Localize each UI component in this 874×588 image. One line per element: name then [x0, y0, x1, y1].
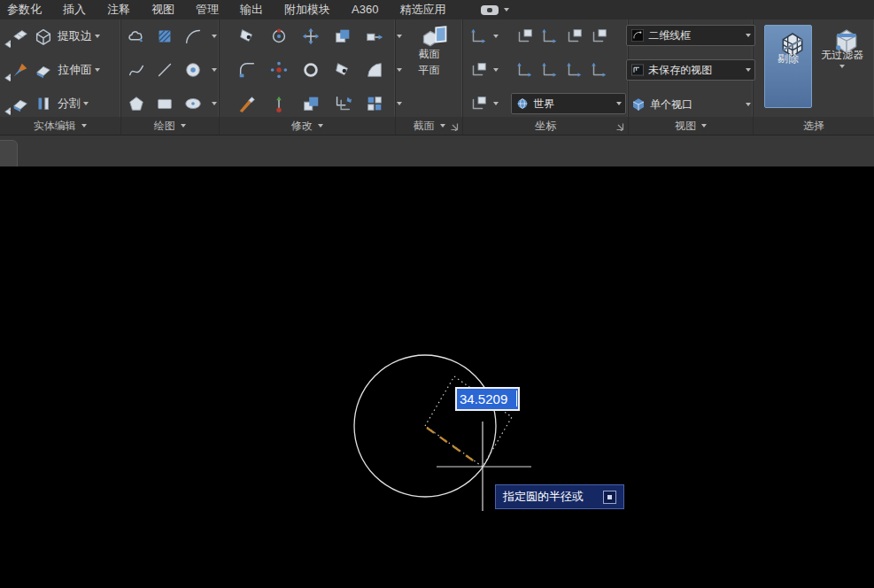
extrude-faces-label[interactable]: 拉伸面 — [58, 62, 92, 78]
polar-array-icon[interactable] — [269, 60, 289, 80]
panel-view: 二维线框 未保存的视图 单个视口 视图 — [629, 19, 754, 135]
panel-title-section[interactable]: 截面 — [396, 117, 463, 135]
revision-cloud-icon[interactable] — [127, 27, 146, 46]
ucs-z-axis-icon[interactable] — [514, 60, 534, 80]
tab-parametric[interactable]: 参数化 — [0, 0, 52, 19]
ucs-origin-icon[interactable] — [468, 94, 488, 113]
section-plane-button[interactable]: 截面 平面 — [415, 23, 444, 81]
shell-icon[interactable] — [11, 94, 30, 113]
dynamic-prompt-more-icon[interactable] — [603, 491, 616, 504]
tab-insert[interactable]: 插入 — [52, 0, 97, 19]
interference-icon[interactable] — [11, 27, 30, 46]
file-tab-stub[interactable] — [0, 140, 18, 169]
ucs-world-icon[interactable] — [514, 27, 534, 46]
extract-edges-label[interactable]: 提取边 — [58, 28, 92, 44]
intersect-icon[interactable] — [2, 86, 11, 121]
tab-featured-apps[interactable]: 精选应用 — [389, 0, 456, 19]
chevron-down-icon[interactable] — [504, 8, 509, 12]
tab-output[interactable]: 输出 — [229, 0, 274, 19]
chevron-down-icon — [746, 34, 751, 37]
panel-title-view[interactable]: 视图 — [629, 117, 753, 135]
file-tab-bar — [0, 135, 874, 169]
ucs-3point-icon[interactable] — [539, 60, 559, 80]
visual-style-dropdown[interactable]: 二维线框 — [626, 25, 755, 46]
ucs-previous-icon[interactable] — [539, 27, 559, 46]
ucs-object-icon[interactable] — [564, 27, 584, 46]
ellipse-icon[interactable] — [183, 94, 203, 113]
ucs-icon[interactable] — [468, 27, 488, 46]
panel-draw: 绘图 — [121, 19, 220, 135]
separate-label[interactable]: 分割 — [58, 96, 81, 112]
selection-filter-button[interactable]: 无过滤器 — [821, 25, 863, 68]
subtract-icon[interactable] — [2, 52, 11, 88]
polygon-icon[interactable] — [127, 94, 146, 113]
culling-toggle-button[interactable]: 剔除 — [764, 25, 812, 108]
fillet-edge-icon[interactable] — [11, 60, 30, 80]
extract-edges-icon[interactable] — [34, 27, 53, 46]
chevron-down-icon[interactable] — [95, 68, 100, 72]
ucs-face-icon[interactable] — [589, 27, 608, 46]
match-properties-icon[interactable] — [237, 94, 257, 113]
copy-icon[interactable] — [333, 27, 352, 46]
offset-icon[interactable] — [333, 94, 352, 113]
viewport-configuration-button[interactable]: 单个视口 — [626, 94, 755, 115]
tab-annotate[interactable]: 注释 — [97, 0, 141, 19]
move-icon[interactable] — [301, 27, 321, 46]
rect-array-icon[interactable] — [365, 94, 384, 113]
camera-icon — [481, 5, 499, 15]
arc-icon[interactable] — [183, 27, 203, 46]
named-view-dropdown[interactable]: 未保存的视图 — [626, 59, 755, 81]
stretch-icon[interactable] — [365, 27, 384, 46]
align-icon[interactable] — [269, 94, 289, 113]
ucs-named-icon[interactable] — [468, 60, 488, 80]
separate-icon[interactable] — [34, 94, 53, 113]
chevron-down-icon — [746, 103, 751, 106]
union-icon[interactable] — [2, 19, 11, 54]
tab-a360[interactable]: A360 — [341, 0, 389, 19]
panel-title-coordinates[interactable]: 坐标 — [463, 117, 628, 135]
panel-title-selection[interactable]: 选择 — [754, 117, 874, 135]
panel-title-draw[interactable]: 绘图 — [121, 117, 219, 135]
rectangle-icon[interactable] — [155, 94, 174, 113]
trim-icon[interactable] — [333, 60, 352, 80]
chevron-down-icon[interactable] — [212, 102, 217, 105]
dialog-launcher-icon[interactable] — [450, 121, 459, 130]
panel-modify: 修改 — [220, 19, 396, 135]
ribbon: 提取边 拉伸面 分割 — [0, 19, 874, 135]
tab-manage[interactable]: 管理 — [185, 0, 229, 19]
chevron-down-icon[interactable] — [493, 102, 499, 105]
spline-icon[interactable] — [127, 60, 146, 80]
visual-style-2d-wireframe-icon — [630, 28, 645, 43]
panel-title-modify[interactable]: 修改 — [220, 117, 395, 135]
ucs-origin-move-icon[interactable] — [589, 60, 608, 80]
chevron-down-icon[interactable] — [212, 35, 217, 38]
ucs-selector-dropdown[interactable]: 世界 — [511, 93, 626, 114]
panel-coordinates: 世界 坐标 — [463, 19, 629, 135]
chevron-down-icon — [181, 124, 186, 128]
erase-icon[interactable] — [237, 27, 257, 46]
fillet-icon[interactable] — [237, 60, 257, 80]
ucs-view-icon[interactable] — [564, 60, 584, 80]
line-icon[interactable] — [155, 60, 174, 80]
scale-icon[interactable] — [301, 94, 321, 113]
hatch-icon[interactable] — [155, 27, 174, 46]
rotate-icon[interactable] — [301, 60, 321, 80]
chevron-down-icon[interactable] — [95, 35, 100, 38]
chevron-down-icon[interactable] — [212, 68, 217, 72]
chamfer-icon[interactable] — [365, 60, 384, 80]
ribbon-display-toggle[interactable] — [481, 5, 509, 15]
dialog-launcher-icon[interactable] — [615, 121, 624, 130]
extrude-faces-icon[interactable] — [34, 60, 53, 80]
chevron-down-icon[interactable] — [83, 102, 89, 105]
panel-selection: 剔除 无过滤器 选择 — [754, 19, 874, 135]
chevron-down-icon — [318, 124, 323, 128]
chevron-down-icon[interactable] — [493, 35, 499, 38]
dynamic-input-field[interactable]: 34.5209 — [455, 387, 520, 411]
panel-title-solid-editing[interactable]: 实体编辑 — [0, 117, 120, 135]
tab-view[interactable]: 视图 — [141, 0, 185, 19]
drawing-canvas[interactable] — [0, 166, 874, 588]
circle-icon[interactable] — [183, 60, 203, 80]
rotate-gizmo-icon[interactable] — [269, 27, 289, 46]
tab-addins[interactable]: 附加模块 — [274, 0, 341, 19]
chevron-down-icon[interactable] — [493, 68, 499, 72]
